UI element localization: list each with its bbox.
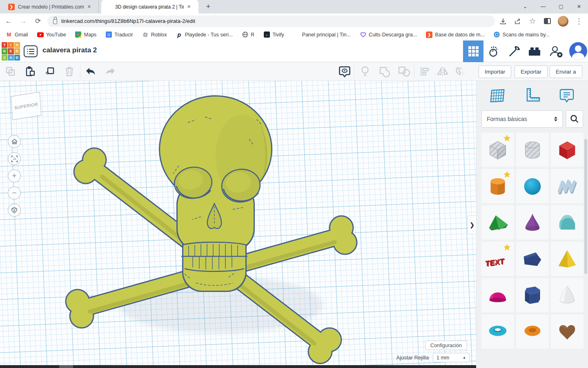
bookmark-maps[interactable]: Maps — [75, 31, 97, 38]
shape-tile-transparent-box[interactable]: ★ — [481, 132, 514, 167]
collapse-panel-button[interactable]: ❯ — [468, 215, 476, 234]
send-to-button[interactable]: Enviar a — [550, 65, 582, 78]
shape-tile-round-roof[interactable] — [551, 205, 584, 240]
shape-tile-roof[interactable] — [481, 205, 514, 240]
shape-tile-cone[interactable] — [516, 205, 549, 240]
ungroup-button[interactable] — [396, 64, 412, 79]
model-skull-crossbones[interactable] — [57, 82, 368, 368]
shape-search-button[interactable] — [566, 110, 583, 128]
shape-tile-pyramid[interactable] — [551, 242, 584, 276]
ruler-tool[interactable] — [522, 85, 543, 106]
duplicate-icon — [44, 66, 56, 77]
shape-tile-cylinder[interactable]: ★ — [481, 169, 514, 203]
duplicate-button[interactable] — [42, 64, 58, 79]
settings-button[interactable]: Configuración — [425, 341, 467, 350]
bookmark-r[interactable]: R — [242, 31, 254, 38]
delete-button[interactable] — [61, 64, 78, 79]
grid-3d-icon — [468, 46, 479, 56]
paste-button[interactable] — [22, 64, 38, 79]
perspective-toggle-button[interactable] — [8, 204, 21, 217]
design-title[interactable]: calavera pirata 2 — [42, 46, 97, 54]
back-icon[interactable]: ← — [2, 15, 15, 27]
undo-button[interactable] — [82, 64, 99, 79]
paste-icon — [25, 66, 36, 77]
printables-favicon: ❯ — [8, 4, 15, 10]
view-cube[interactable]: SUPERIOR — [11, 92, 41, 120]
shape-tile-heart[interactable] — [551, 314, 584, 349]
tab-printables[interactable]: ❯ Crear modelo | Printables.com ✕ — [4, 0, 99, 13]
close-window-button[interactable]: ✕ — [570, 0, 588, 13]
address-bar[interactable]: tinkercad.com/things/81Z8b6Np17I-calaver… — [47, 16, 495, 27]
shape-tile-text[interactable]: ★ TEXTTEXT — [481, 242, 514, 276]
tab-tinkercad[interactable]: 3D design calavera pirata 2 | Tin ✕ — [101, 0, 198, 13]
bookmark-scans[interactable]: Scans de mains by... — [494, 31, 550, 38]
shape-tile-transparent-cylinder[interactable] — [516, 132, 549, 167]
home-view-button[interactable] — [8, 135, 21, 148]
bookmark-playdede[interactable]: pPlaydede - Tus seri... — [176, 31, 233, 38]
tab-close-icon[interactable]: ✕ — [187, 4, 191, 9]
shape-tile-scribble[interactable] — [551, 169, 584, 203]
snap-grid-select[interactable]: 1 mm ▲ — [433, 353, 470, 362]
mirror-button[interactable] — [434, 64, 451, 79]
copy-button[interactable] — [2, 64, 19, 79]
shape-tile-sphere[interactable] — [516, 169, 549, 203]
bricks-mode-button[interactable] — [524, 40, 545, 62]
chrome-menu-icon[interactable]: ⋮ — [575, 17, 583, 25]
printables-icon: ❯ — [426, 31, 432, 38]
ruler-icon — [524, 87, 541, 104]
tab-close-icon[interactable]: ✕ — [87, 4, 91, 9]
shape-tile-box[interactable] — [551, 132, 584, 167]
export-button[interactable]: Exportar — [514, 65, 548, 78]
redo-button[interactable] — [102, 64, 118, 79]
tab-title: 3D design calavera pirata 2 | Tin — [115, 4, 184, 10]
shape-tile-hex-prism[interactable] — [516, 278, 549, 312]
bulb-button[interactable] — [357, 64, 373, 79]
cults-icon — [360, 31, 366, 38]
shape-tile-half-sphere[interactable] — [481, 278, 514, 312]
bookmark-tinkercad-panel[interactable]: Panel principal | Tin... — [293, 31, 351, 38]
tab-search-chevron-icon[interactable]: ⌄ — [516, 0, 534, 13]
shape-tile-tube[interactable] — [516, 314, 549, 349]
share-icon[interactable] — [514, 17, 522, 25]
bookmark-roblox[interactable]: Roblox — [142, 31, 167, 38]
bookmark-gmail[interactable]: MGmail — [6, 31, 28, 38]
design-menu-button[interactable] — [24, 45, 38, 57]
viewport-3d[interactable]: SUPERIOR + − ❯ Configuración Ajustar Rej… — [0, 81, 476, 368]
sim-lab-button[interactable] — [483, 40, 504, 62]
side-panel-icon[interactable] — [543, 17, 551, 25]
shape-tile-torus[interactable] — [481, 314, 514, 349]
fit-view-button[interactable] — [8, 152, 21, 165]
maximize-button[interactable]: ▢ — [552, 0, 570, 13]
minimize-button[interactable]: — — [534, 0, 552, 13]
chrome-profile-avatar[interactable] — [558, 16, 568, 27]
tinkercad-logo[interactable]: TIN KER CAD — [2, 42, 20, 61]
magnet-button[interactable] — [452, 64, 469, 79]
bookmark-star-icon[interactable]: ☆ — [528, 17, 537, 25]
invite-button[interactable] — [545, 40, 568, 62]
zoom-out-button[interactable]: − — [8, 186, 21, 200]
user-avatar[interactable] — [569, 42, 587, 60]
reload-icon[interactable]: ⟳ — [32, 15, 44, 27]
category-label: Formas básicas — [487, 116, 527, 122]
bookmark-youtube[interactable]: YouTube — [37, 31, 66, 38]
bookmark-tivify[interactable]: tvTivify — [263, 31, 284, 38]
show-all-button[interactable] — [336, 64, 353, 79]
new-tab-button[interactable]: + — [203, 2, 214, 12]
import-button[interactable]: Importar — [479, 65, 511, 78]
panel-scrollbar[interactable] — [584, 139, 587, 274]
mode-3d-button[interactable] — [463, 40, 483, 62]
group-button[interactable] — [376, 64, 393, 79]
bookmark-traducir[interactable]: GTraducir — [105, 31, 133, 38]
forward-icon[interactable]: → — [17, 15, 29, 27]
download-icon[interactable] — [499, 17, 507, 25]
shape-category-select[interactable]: Formas básicas — [481, 110, 563, 128]
blocks-mode-button[interactable] — [504, 40, 524, 62]
shape-tile-paraboloid[interactable] — [551, 278, 584, 312]
zoom-in-button[interactable]: + — [8, 169, 21, 182]
bookmark-cults[interactable]: Cults·Descarga gra... — [360, 31, 417, 38]
align-button[interactable] — [416, 64, 433, 79]
notes-tool[interactable] — [556, 85, 577, 106]
workplane-tool[interactable] — [487, 85, 508, 106]
bookmark-printables-db[interactable]: ❯Base de datos de m... — [426, 31, 485, 38]
shape-tile-polygon[interactable] — [516, 242, 549, 276]
